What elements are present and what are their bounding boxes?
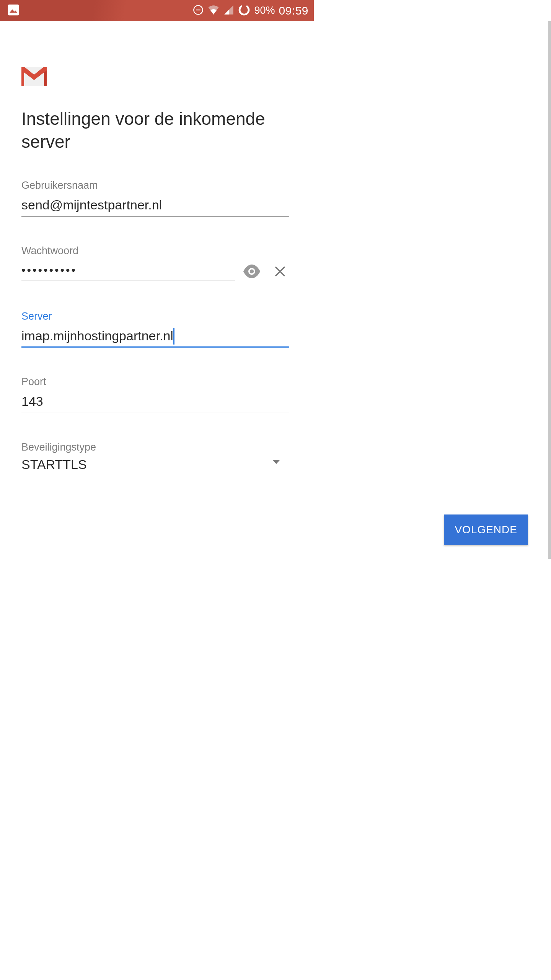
- text-caret: [173, 328, 174, 345]
- security-label: Beveiligingstype: [21, 441, 289, 453]
- security-value: STARTTLS: [21, 457, 87, 472]
- password-label: Wachtwoord: [21, 245, 289, 257]
- port-label: Poort: [21, 376, 289, 388]
- clock: 09:59: [279, 4, 308, 17]
- loading-icon: [238, 4, 250, 18]
- page-title: Instellingen voor de inkomende server: [21, 108, 289, 154]
- dnd-icon: [193, 5, 204, 17]
- security-select[interactable]: STARTTLS: [21, 457, 289, 472]
- battery-percentage: 90%: [254, 5, 275, 16]
- password-field: Wachtwoord: [21, 245, 289, 282]
- security-field: Beveiligingstype STARTTLS: [21, 441, 289, 472]
- svg-rect-0: [8, 4, 19, 15]
- server-field: Server: [21, 310, 289, 348]
- port-field: Poort: [21, 376, 289, 413]
- chevron-down-icon: [272, 460, 280, 464]
- port-input[interactable]: [21, 392, 289, 413]
- svg-point-6: [250, 269, 254, 273]
- clear-password-button[interactable]: [271, 262, 289, 281]
- username-label: Gebruikersnaam: [21, 180, 289, 191]
- svg-rect-2: [196, 9, 201, 10]
- close-icon: [273, 265, 287, 278]
- username-field: Gebruikersnaam: [21, 180, 289, 217]
- gallery-icon: [7, 3, 20, 18]
- svg-point-3: [238, 4, 250, 16]
- server-input[interactable]: [21, 326, 289, 348]
- server-label: Server: [21, 310, 289, 322]
- cell-icon: [223, 5, 234, 17]
- show-password-button[interactable]: [241, 261, 262, 282]
- gmail-icon: [21, 67, 289, 88]
- wifi-icon: [207, 4, 220, 18]
- password-input[interactable]: [21, 261, 235, 281]
- status-bar: 90% 09:59: [0, 0, 314, 21]
- username-input[interactable]: [21, 195, 289, 217]
- main-content: Instellingen voor de inkomende server Ge…: [0, 21, 311, 472]
- eye-icon: [243, 265, 261, 278]
